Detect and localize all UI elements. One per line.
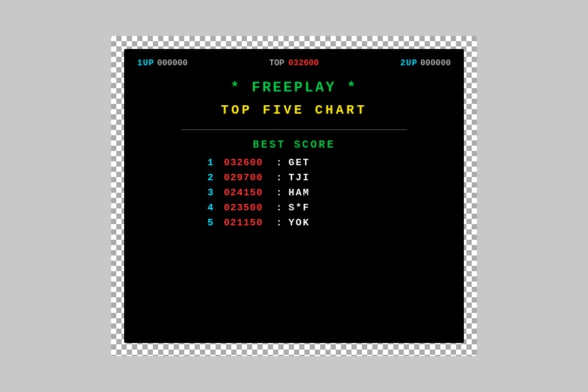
best-score-header: BEST SCORE xyxy=(253,139,335,151)
colon-separator: : xyxy=(276,157,282,169)
p1-score: 000000 xyxy=(157,58,188,68)
rank: 4 xyxy=(193,203,213,214)
rank: 1 xyxy=(193,157,213,169)
p2-label: 2UP xyxy=(400,58,417,68)
score-row: 4023500:S*F xyxy=(193,203,394,214)
initials: HAM xyxy=(288,188,310,199)
top-score-section: TOP 032600 xyxy=(269,58,319,68)
score-row: 2029700:TJI xyxy=(193,172,394,184)
score-value: 029700 xyxy=(223,172,269,184)
initials: GET xyxy=(288,157,310,169)
freeplay-text: * FREEPLAY * xyxy=(231,80,357,96)
colon-separator: : xyxy=(276,188,282,199)
initials: S*F xyxy=(288,203,310,214)
top-score-value: 032600 xyxy=(288,58,319,68)
score-row: 5021150:YOK xyxy=(193,218,394,229)
header-row: 1UP 000000 TOP 032600 2UP 000000 xyxy=(137,58,451,68)
p1-section: 1UP 000000 xyxy=(137,58,188,68)
score-value: 024150 xyxy=(223,188,269,199)
initials: TJI xyxy=(288,172,310,184)
p2-section: 2UP 000000 xyxy=(400,58,451,68)
score-table: 1032600:GET2029700:TJI3024150:HAM4023500… xyxy=(193,157,394,229)
divider xyxy=(181,129,407,130)
score-row: 3024150:HAM xyxy=(193,188,394,199)
colon-separator: : xyxy=(276,172,282,184)
p1-label: 1UP xyxy=(137,58,154,68)
score-value: 032600 xyxy=(223,157,269,169)
score-row: 1032600:GET xyxy=(193,157,394,169)
screen-wrapper: 1UP 000000 TOP 032600 2UP 000000 * FREEP… xyxy=(111,36,477,356)
rank: 3 xyxy=(193,188,213,199)
chart-title: TOP FIVE CHART xyxy=(221,103,367,118)
score-value: 021150 xyxy=(223,218,269,229)
colon-separator: : xyxy=(276,203,282,214)
colon-separator: : xyxy=(276,218,282,229)
score-value: 023500 xyxy=(223,203,269,214)
rank: 2 xyxy=(193,172,213,184)
rank: 5 xyxy=(193,218,213,229)
top-label: TOP xyxy=(269,58,284,68)
arcade-screen: 1UP 000000 TOP 032600 2UP 000000 * FREEP… xyxy=(124,49,464,343)
p2-score: 000000 xyxy=(420,58,451,68)
initials: YOK xyxy=(288,218,310,229)
